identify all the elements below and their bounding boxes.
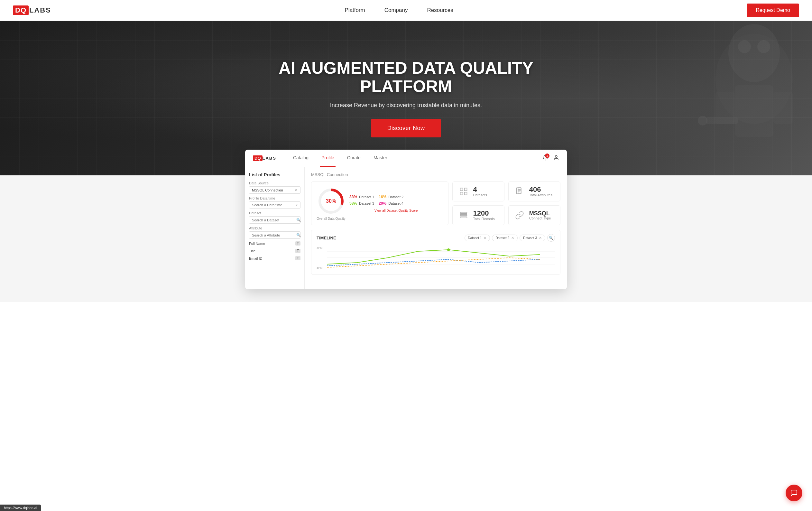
- stats-row: 30% Overall Data Quality 33% Dataset 1 1…: [311, 181, 560, 225]
- profile-datetime-filter[interactable]: ▾: [249, 201, 300, 208]
- attribute-search-input[interactable]: [252, 233, 296, 237]
- y-label-4pm: 4PM: [317, 246, 327, 249]
- attributes-stat-text: 406 Total Attributes: [529, 186, 552, 197]
- dash-tab-profile[interactable]: Profile: [320, 150, 336, 167]
- dash-navbar: DQ LABS Catalog Profile Curate Master 2: [245, 150, 567, 167]
- timeline-section: TIMELINE Dataset 1 ✕ Dataset 2 ✕: [311, 230, 560, 275]
- records-number: 1200: [473, 210, 495, 217]
- svg-point-27: [447, 249, 450, 251]
- svg-rect-15: [460, 192, 463, 195]
- list-item[interactable]: Full Name T: [249, 241, 300, 246]
- profile-datetime-input[interactable]: [252, 203, 296, 207]
- svg-rect-4: [735, 85, 774, 137]
- hero-content: AI AUGMENTED DATA QUALITY PLATFORM Incre…: [279, 59, 533, 137]
- svg-rect-14: [464, 192, 467, 195]
- timeline-search-button[interactable]: 🔍: [547, 234, 555, 242]
- dash-tab-catalog[interactable]: Catalog: [292, 150, 310, 167]
- request-demo-button[interactable]: Request Demo: [747, 3, 799, 17]
- bell-badge: 2: [545, 153, 550, 158]
- dash-logo-labs: LABS: [262, 156, 277, 161]
- connect-type-label: Connect Type: [529, 216, 551, 220]
- attributes-label: Total Attributes: [529, 193, 552, 197]
- svg-rect-6: [774, 92, 793, 124]
- dataset-item-1: 33% Dataset 1 16% Dataset 2: [349, 195, 443, 199]
- nav-resources[interactable]: Resources: [427, 7, 453, 13]
- records-stat-text: 1200 Total Records: [473, 210, 495, 221]
- timeline-filters: Dataset 1 ✕ Dataset 2 ✕ Dataset 3 ✕: [465, 234, 555, 242]
- bell-icon[interactable]: 2: [543, 155, 548, 162]
- dash-logo-dq: DQ: [253, 155, 262, 161]
- hero-title: AI AUGMENTED DATA QUALITY PLATFORM: [279, 59, 533, 95]
- records-label: Total Records: [473, 217, 495, 221]
- profile-datetime-label: Profile Date/time: [249, 196, 300, 200]
- discover-now-button[interactable]: Discover Now: [371, 119, 441, 137]
- timeline-title: TIMELINE: [317, 235, 336, 240]
- doc-icon: [514, 186, 525, 197]
- datasets-count-card: 4 Datasets: [452, 181, 504, 201]
- dashboard-section: DQ LABS Catalog Profile Curate Master 2: [0, 175, 812, 302]
- dash-tab-master[interactable]: Master: [372, 150, 388, 167]
- dataset-list: 33% Dataset 1 16% Dataset 2 58% Dataset …: [349, 195, 443, 212]
- attribute-search-row[interactable]: 🔍: [249, 231, 300, 239]
- data-source-clear[interactable]: ✕: [295, 188, 297, 192]
- navbar: DQ LABS Platform Company Resources Reque…: [0, 0, 812, 21]
- svg-point-2: [738, 40, 751, 53]
- sidebar-rows: Full Name T Title T Email ID T: [249, 241, 300, 261]
- data-source-label: Data Source: [249, 181, 300, 185]
- filter-remove-dataset1[interactable]: ✕: [484, 236, 487, 240]
- attributes-number: 406: [529, 186, 552, 193]
- filter-remove-dataset3[interactable]: ✕: [539, 236, 542, 240]
- connect-type-stat-text: MSSQL Connect Type: [529, 210, 551, 220]
- svg-point-3: [757, 40, 770, 53]
- timeline-filter-dataset3[interactable]: Dataset 3 ✕: [520, 234, 545, 242]
- dataset-search-row[interactable]: 🔍: [249, 216, 300, 224]
- right-stats: 4 Datasets: [452, 181, 560, 225]
- svg-point-8: [698, 116, 707, 125]
- data-source-filter[interactable]: MSSQL Connection ✕: [249, 186, 300, 194]
- hero-subtitle: Increase Revenue by discovering trustabl…: [279, 102, 533, 109]
- dash-nav-icons: 2: [543, 155, 559, 162]
- list-item[interactable]: Email ID T: [249, 256, 300, 261]
- logo-dq: DQ: [13, 5, 29, 15]
- nav-company[interactable]: Company: [384, 7, 408, 13]
- dataset-item-2: 58% Dataset 3 20% Dataset 4: [349, 201, 443, 206]
- view-all-link[interactable]: View all Dataset Quality Score: [349, 209, 443, 212]
- svg-rect-7: [706, 117, 738, 124]
- svg-rect-13: [464, 188, 467, 191]
- attribute-label: Attribute: [249, 226, 300, 230]
- logo: DQ LABS: [13, 5, 51, 15]
- dash-tab-curate[interactable]: Curate: [346, 150, 362, 167]
- svg-rect-22: [460, 215, 467, 216]
- dashboard-window: DQ LABS Catalog Profile Curate Master 2: [245, 150, 567, 289]
- overall-pct: 30%: [326, 198, 336, 204]
- filter-remove-dataset2[interactable]: ✕: [511, 236, 514, 240]
- timeline-filter-dataset1[interactable]: Dataset 1 ✕: [465, 234, 490, 242]
- connect-type-number: MSSQL: [529, 210, 551, 216]
- grid-icon: [458, 186, 469, 197]
- nav-platform[interactable]: Platform: [345, 7, 365, 13]
- dash-sidebar: List of Profiles Data Source MSSQL Conne…: [245, 167, 304, 289]
- svg-point-9: [555, 155, 557, 158]
- nav-links: Platform Company Resources: [345, 7, 453, 13]
- dash-main: MSSQL Connection: [304, 167, 567, 289]
- overall-quality-label: Overall Data Quality: [317, 217, 345, 221]
- records-count-card: 1200 Total Records: [452, 205, 504, 225]
- datasets-stat-text: 4 Datasets: [473, 186, 487, 197]
- dataset-search-input[interactable]: [252, 218, 296, 222]
- datasets-label: Datasets: [473, 193, 487, 197]
- svg-rect-23: [460, 217, 467, 218]
- list-item[interactable]: Title T: [249, 248, 300, 254]
- connect-type-card: MSSQL Connect Type: [508, 205, 560, 225]
- svg-rect-21: [460, 212, 467, 214]
- timeline-filter-dataset2[interactable]: Dataset 2 ✕: [492, 234, 518, 242]
- svg-rect-12: [460, 188, 463, 191]
- search-icon-attribute: 🔍: [296, 233, 301, 237]
- records-icon: [458, 209, 469, 221]
- connection-title: MSSQL Connection: [311, 172, 560, 177]
- sidebar-section-title: List of Profiles: [249, 172, 300, 177]
- donut-chart: 30%: [317, 187, 346, 216]
- user-icon[interactable]: [553, 155, 559, 162]
- datasets-number: 4: [473, 186, 487, 193]
- dash-body: List of Profiles Data Source MSSQL Conne…: [245, 167, 567, 289]
- attributes-count-card: 406 Total Attributes: [508, 181, 560, 201]
